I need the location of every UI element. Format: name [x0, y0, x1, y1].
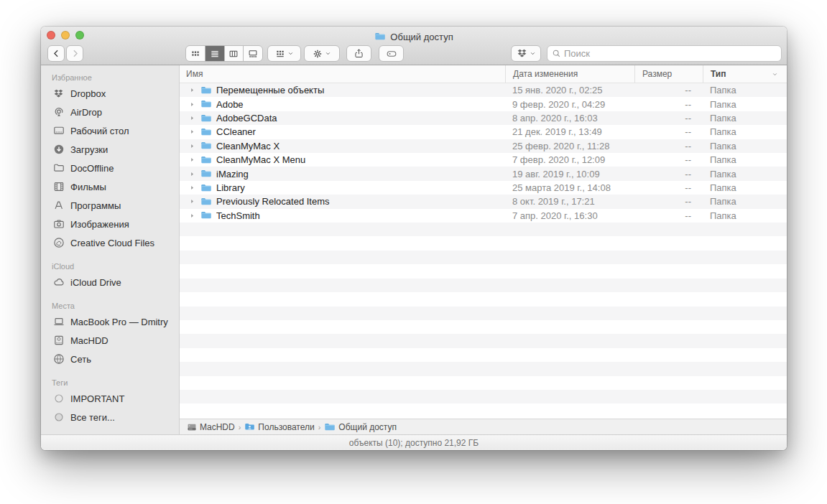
path-item-label: Пользователи — [258, 422, 314, 432]
file-row[interactable]: Library25 марта 2019 г., 14:08--Папка — [180, 181, 787, 195]
disclosure-triangle-icon[interactable] — [188, 213, 196, 219]
sidebar-item-macbook-pro-dmitry[interactable]: MacBook Pro — Dmitry — [41, 312, 179, 331]
file-size: -- — [634, 154, 703, 165]
file-name-cell: Перемещенные объекты — [180, 85, 505, 96]
empty-row — [180, 236, 787, 250]
hdd-icon — [52, 335, 65, 346]
sidebar-item-фильмы[interactable]: Фильмы — [41, 177, 179, 196]
disclosure-triangle-icon[interactable] — [188, 143, 196, 149]
file-size: -- — [634, 99, 703, 110]
file-date: 7 апр. 2020 г., 16:30 — [505, 210, 634, 221]
column-header-date[interactable]: Дата изменения — [505, 65, 634, 83]
sidebar-item-label: AirDrop — [70, 107, 102, 118]
view-mode-list-view[interactable] — [205, 46, 225, 61]
disclosure-triangle-icon[interactable] — [188, 185, 196, 191]
column-header-name[interactable]: Имя — [180, 65, 505, 83]
action-menu-button[interactable] — [304, 45, 340, 62]
file-name-cell: CleanMyMac X — [180, 140, 505, 151]
chevron-down-icon — [530, 50, 536, 57]
sidebar-item-label: Фильмы — [70, 182, 106, 192]
sidebar-item-label: Загрузки — [70, 144, 108, 155]
folder-icon — [200, 154, 212, 166]
file-row[interactable]: Перемещенные объекты15 янв. 2020 г., 02:… — [180, 83, 787, 97]
downloads-icon — [52, 144, 65, 155]
group-by-button[interactable] — [267, 45, 301, 62]
sidebar-section: ИзбранноеDropboxAirDropРабочий столЗагру… — [41, 70, 179, 252]
file-row[interactable]: TechSmith7 апр. 2020 г., 16:30--Папка — [180, 209, 787, 223]
file-type: Папка — [703, 154, 787, 165]
file-name-cell: CleanMyMac X Menu — [180, 154, 505, 166]
file-row[interactable]: CleanMyMac X25 февр. 2020 г., 11:28--Пап… — [180, 139, 787, 153]
sidebar-item-изображения[interactable]: Изображения — [41, 215, 179, 233]
disclosure-triangle-icon[interactable] — [188, 198, 196, 205]
file-name: Перемещенные объекты — [216, 85, 324, 95]
disclosure-triangle-icon[interactable] — [188, 157, 196, 163]
folder-icon — [200, 113, 212, 124]
path-item-2[interactable]: Пользователи — [244, 421, 314, 432]
disclosure-triangle-icon[interactable] — [188, 87, 196, 93]
disclosure-triangle-icon[interactable] — [188, 171, 196, 177]
disclosure-triangle-icon[interactable] — [188, 101, 196, 108]
view-mode-grid-view[interactable] — [186, 46, 205, 61]
forward-button[interactable] — [66, 45, 83, 62]
column-header-size[interactable]: Размер — [634, 65, 703, 83]
sidebar-item-программы[interactable]: Программы — [41, 196, 179, 215]
path-separator: › — [318, 423, 321, 431]
file-type: Папка — [703, 210, 787, 221]
file-date: 25 марта 2019 г., 14:08 — [505, 182, 634, 193]
sidebar-item-все-теги-[interactable]: Все теги... — [41, 408, 179, 426]
sidebar-item-docoffline[interactable]: DocOffline — [41, 159, 179, 177]
sidebar-item-airdrop[interactable]: AirDrop — [41, 103, 179, 121]
file-type: Папка — [703, 182, 787, 193]
search-input[interactable] — [564, 48, 777, 59]
back-button[interactable] — [47, 45, 65, 62]
path-item-1[interactable]: MacHDD — [187, 422, 235, 432]
applications-icon — [52, 200, 65, 211]
path-bar: MacHDD›Пользователи›Общий доступ — [180, 419, 787, 434]
folder-icon — [200, 126, 212, 138]
path-item-label: MacHDD — [200, 422, 235, 432]
disclosure-triangle-icon[interactable] — [188, 115, 196, 121]
sidebar-item-label: MacBook Pro — Dmitry — [70, 317, 168, 327]
empty-row — [180, 264, 787, 278]
sidebar-item-сеть[interactable]: Сеть — [41, 350, 179, 368]
file-size: -- — [634, 126, 703, 137]
sidebar-item-label: Dropbox — [70, 88, 106, 99]
file-row[interactable]: CleanMyMac X Menu7 февр. 2020 г., 12:09-… — [180, 153, 787, 167]
sidebar-item-machdd[interactable]: MacHDD — [41, 331, 179, 350]
view-mode-column-view[interactable] — [225, 46, 244, 61]
sidebar-item-загрузки[interactable]: Загрузки — [41, 140, 179, 159]
sidebar-item-important[interactable]: IMPORTANT — [41, 389, 179, 408]
file-type: Папка — [703, 113, 787, 123]
disclosure-triangle-icon[interactable] — [188, 129, 196, 135]
sidebar-item-рабочий-стол[interactable]: Рабочий стол — [41, 121, 179, 140]
tag-button[interactable] — [379, 45, 404, 62]
file-row[interactable]: AdobeGCData8 апр. 2020 г., 16:03--Папка — [180, 111, 787, 125]
empty-row — [180, 376, 787, 390]
share-button[interactable] — [346, 45, 371, 62]
search-field[interactable] — [547, 45, 782, 62]
file-date: 7 февр. 2020 г., 12:09 — [505, 154, 634, 165]
column-view-icon — [228, 49, 239, 59]
file-type: Папка — [703, 126, 787, 137]
empty-row — [180, 348, 787, 362]
sidebar-item-icloud-drive[interactable]: iCloud Drive — [41, 273, 179, 291]
sidebar-item-dropbox[interactable]: Dropbox — [41, 84, 179, 103]
column-header-type[interactable]: Тип — [703, 65, 787, 83]
window-title: Общий доступ — [390, 32, 453, 42]
dropbox-menu-button[interactable] — [511, 45, 541, 62]
file-row[interactable]: iMazing19 авг. 2019 г., 10:09--Папка — [180, 167, 787, 180]
file-row[interactable]: CCleaner21 дек. 2019 г., 13:49--Папка — [180, 125, 787, 139]
file-row[interactable]: Previously Relocated Items8 окт. 2019 г.… — [180, 195, 787, 208]
view-mode-gallery-view[interactable] — [244, 46, 262, 61]
creative-cloud-icon — [52, 237, 65, 248]
users-folder-icon — [244, 421, 255, 432]
file-size: -- — [634, 141, 703, 151]
sidebar-item-creative-cloud-files[interactable]: Creative Cloud Files — [41, 233, 179, 252]
file-row[interactable]: Adobe9 февр. 2020 г., 04:29--Папка — [180, 97, 787, 111]
file-name-cell: Library — [180, 182, 505, 194]
folder-icon — [324, 421, 336, 433]
view-switcher — [185, 45, 263, 62]
path-item-3[interactable]: Общий доступ — [324, 421, 397, 433]
file-name: Previously Relocated Items — [216, 196, 330, 207]
